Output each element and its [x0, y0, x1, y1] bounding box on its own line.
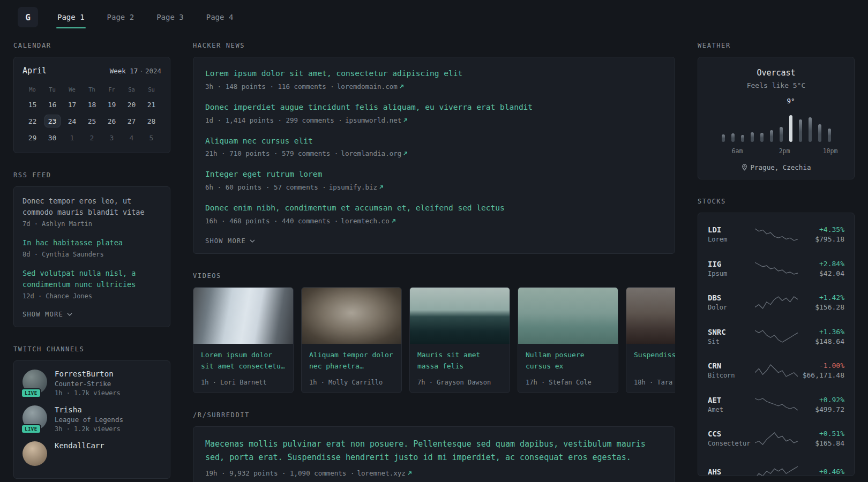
- hn-item-meta: 3h · 148 points · 116 comments · loremdo…: [205, 82, 663, 91]
- video-card[interactable]: Aliquam tempor dolor nec pharetra… 1h · …: [301, 287, 402, 393]
- twitch-channel-row[interactable]: LIVE Trisha League of Legends 3h · 1.2k …: [23, 405, 161, 433]
- video-title: Mauris sit amet massa felis: [410, 344, 510, 372]
- rss-card: Donec tempor eros leo, ut commodo mauris…: [13, 186, 170, 327]
- rss-item-title[interactable]: Sed volutpat nulla nisl, a condimentum n…: [23, 268, 161, 290]
- chevron-down-icon: [250, 239, 255, 243]
- hn-source-link[interactable]: loremtech.co: [341, 217, 395, 225]
- tab-page-2[interactable]: Page 2: [106, 2, 136, 33]
- hn-show-more-button[interactable]: Show more: [205, 237, 255, 245]
- video-title: Suspendisse diam: [626, 344, 675, 361]
- stock-row[interactable]: LDILorem +4.35%$795.18: [708, 217, 844, 252]
- rss-item-title[interactable]: Donec tempor eros leo, ut commodo mauris…: [23, 195, 161, 218]
- stock-row[interactable]: AHS +0.46%: [708, 456, 844, 477]
- tab-page-4[interactable]: Page 4: [205, 2, 235, 33]
- video-card[interactable]: Lorem ipsum dolor sit amet consectetu… 1…: [193, 287, 294, 393]
- video-card[interactable]: Nullam posuere cursus ex 17h · Stefan Co…: [518, 287, 618, 393]
- hn-source-link[interactable]: loremlandia.org: [341, 149, 408, 157]
- stock-symbol: AHS: [708, 468, 755, 476]
- calendar-day: 27: [124, 115, 140, 127]
- reddit-post-title[interactable]: Maecenas mollis pulvinar erat non posuer…: [205, 438, 661, 465]
- weather-condition: Overcast: [707, 68, 845, 78]
- hn-source-link[interactable]: loremdomain.com: [337, 82, 404, 91]
- calendar-day: 20: [124, 98, 140, 111]
- stock-sparkline: [755, 396, 798, 412]
- video-card[interactable]: Mauris sit amet massa felis 7h · Grayson…: [409, 287, 510, 393]
- external-link-icon: [379, 185, 384, 190]
- twitch-card: LIVE ForrestBurton Counter-Strike 1h · 1…: [13, 360, 170, 479]
- external-link-icon: [403, 151, 408, 156]
- stock-row[interactable]: IIGIpsum +2.84%$42.04: [708, 252, 844, 286]
- hn-source-link[interactable]: ipsumworld.net: [345, 116, 408, 124]
- stock-row[interactable]: SNRCSit +1.36%$148.64: [708, 320, 844, 354]
- calendar-day: 4: [124, 131, 140, 144]
- stock-change: +0.51%: [798, 430, 845, 438]
- stock-name: Dolor: [708, 304, 755, 311]
- stock-symbol: SNRC: [708, 328, 755, 336]
- twitch-section-title: Twitch channels: [13, 345, 170, 353]
- hn-item-title[interactable]: Integer eget rutrum lorem: [205, 169, 663, 180]
- tab-page-3[interactable]: Page 3: [155, 2, 185, 33]
- calendar-day-header: Tu: [49, 86, 56, 93]
- weather-bar: [731, 133, 735, 142]
- stock-row[interactable]: DBSDolor +1.42%$156.28: [708, 285, 844, 320]
- weather-bar: [741, 135, 744, 142]
- hn-item-title[interactable]: Donec imperdiet augue tincidunt felis al…: [205, 102, 663, 114]
- stock-name: Sit: [708, 338, 755, 345]
- stock-symbol: IIG: [708, 260, 755, 268]
- weather-bar: [799, 119, 802, 142]
- video-title: Nullam posuere cursus ex: [518, 344, 618, 372]
- stock-change: +1.36%: [798, 328, 845, 336]
- weather-bar: [828, 129, 831, 142]
- rss-item-title[interactable]: In hac habitasse platea: [23, 237, 161, 248]
- calendar-day: 3: [104, 131, 120, 144]
- rss-section-title: RSS Feed: [13, 171, 170, 179]
- stock-name: Lorem: [708, 236, 755, 243]
- calendar-day: 1: [64, 131, 80, 144]
- app-logo[interactable]: G: [18, 7, 38, 27]
- hn-item-title[interactable]: Lorem ipsum dolor sit amet, consectetur …: [205, 68, 663, 80]
- calendar-day: 24: [64, 115, 80, 127]
- chevron-down-icon: [67, 313, 72, 316]
- rss-item: Sed volutpat nulla nisl, a condimentum n…: [23, 268, 161, 300]
- video-meta: 1h · Lori Barnett: [193, 379, 293, 393]
- calendar-day-header: Th: [88, 86, 95, 93]
- weather-section-title: Weather: [698, 42, 855, 49]
- stock-price: $156.28: [798, 303, 845, 311]
- stock-symbol: CCS: [708, 430, 755, 438]
- stock-price: $148.64: [798, 337, 845, 345]
- stock-symbol: LDI: [708, 225, 755, 234]
- tab-page-1[interactable]: Page 1: [56, 2, 86, 33]
- stocks-card: LDILorem +4.35%$795.18 IIGIpsum +2.84%$4…: [698, 213, 855, 476]
- stock-row[interactable]: CRNBitcorn -1.00%$66,171.48: [708, 353, 844, 388]
- reddit-post-meta: 19h · 9,932 points · 1,090 comments · lo…: [205, 469, 663, 477]
- calendar-day: 16: [44, 98, 61, 111]
- stock-row[interactable]: CCSConsectetur +0.51%$165.84: [708, 421, 844, 456]
- twitch-channel-row[interactable]: LIVE ForrestBurton Counter-Strike 1h · 1…: [23, 370, 161, 397]
- hn-item: Lorem ipsum dolor sit amet, consectetur …: [205, 68, 663, 91]
- twitch-widget: Twitch channels LIVE ForrestBurton Count…: [13, 345, 170, 479]
- rss-show-more-button[interactable]: Show more: [23, 311, 72, 318]
- live-badge: LIVE: [21, 388, 41, 398]
- weather-time-labels: 6am 2pm 10pm: [707, 147, 845, 156]
- center-column: Hacker News Lorem ipsum dolor sit amet, …: [193, 42, 675, 482]
- calendar-day: 21: [144, 98, 160, 111]
- stock-change: +1.42%: [798, 293, 845, 302]
- hn-item-title[interactable]: Donec enim nibh, condimentum et accumsan…: [205, 202, 663, 214]
- video-title: Lorem ipsum dolor sit amet consectetu…: [193, 344, 293, 372]
- videos-carousel[interactable]: Lorem ipsum dolor sit amet consectetu… 1…: [193, 287, 675, 393]
- stock-row[interactable]: AETAmet +0.92%$499.72: [708, 388, 844, 422]
- channel-name: ForrestBurton: [55, 370, 121, 378]
- hn-item-title[interactable]: Aliquam nec cursus elit: [205, 135, 663, 147]
- calendar-day: 15: [25, 98, 41, 111]
- calendar-day: 28: [144, 115, 160, 127]
- hn-source-link[interactable]: ipsumify.biz: [329, 183, 384, 191]
- stock-price: $795.18: [798, 235, 845, 243]
- rss-item: In hac habitasse platea 8d · Cynthia Sau…: [23, 237, 161, 258]
- reddit-source-link[interactable]: loremnet.xyz: [357, 469, 411, 477]
- twitch-channel-row[interactable]: KendallCarr: [23, 441, 161, 466]
- hn-item: Donec imperdiet augue tincidunt felis al…: [205, 102, 663, 124]
- weather-feels-like: Feels like 5°C: [707, 81, 845, 89]
- hn-item-meta: 16h · 468 points · 440 comments · loremt…: [205, 217, 663, 225]
- video-card[interactable]: Suspendisse diam 18h · Tara: [626, 287, 675, 393]
- hn-item-meta: 21h · 710 points · 579 comments · loreml…: [205, 149, 663, 157]
